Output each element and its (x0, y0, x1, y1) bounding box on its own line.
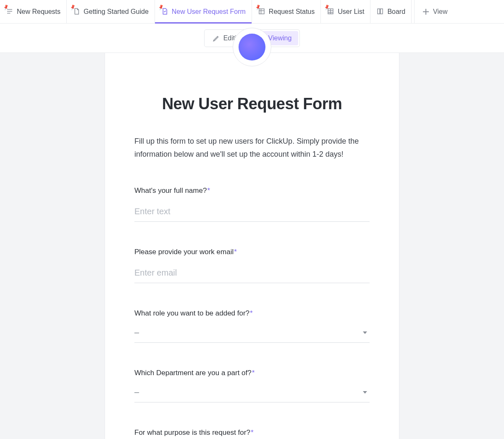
tab-label: Getting Started Guide (84, 8, 149, 16)
view-tabs: 📌 New Requests 📌 Getting Started Guide 📌… (0, 0, 504, 24)
list-icon: 📌 (6, 8, 13, 16)
tab-new-requests[interactable]: 📌 New Requests (0, 0, 67, 24)
select-placeholder: – (134, 328, 139, 337)
role-select[interactable]: – (134, 323, 370, 343)
form-card: New User Request Form Fill up this form … (105, 53, 399, 439)
tab-board[interactable]: Board (370, 0, 412, 24)
chevron-down-icon (363, 331, 367, 334)
tab-label: Board (387, 8, 405, 16)
tab-user-list[interactable]: 📌 User List (321, 0, 370, 24)
field-label-text: Please provide your work email (134, 248, 234, 256)
field-label-text: What's your full name? (134, 187, 207, 195)
tab-label: New User Request Form (172, 8, 246, 16)
field-label: Which Department are you a part of?* (134, 369, 370, 377)
form-canvas: New User Request Form Fill up this form … (0, 53, 504, 439)
field-role: What role you want to be added for?* – (134, 309, 370, 343)
field-label: What's your full name?* (134, 187, 370, 195)
tab-label: User List (338, 8, 364, 16)
select-placeholder: – (134, 387, 139, 397)
field-label-text: What role you want to be added for? (134, 309, 249, 317)
form-logo (105, 53, 399, 82)
field-label: Please provide your work email* (134, 248, 370, 256)
required-asterisk: * (207, 187, 210, 195)
required-asterisk: * (250, 309, 253, 317)
form-title: New User Request Form (105, 95, 399, 113)
field-label: What role you want to be added for?* (134, 309, 370, 318)
svg-rect-0 (259, 9, 264, 14)
field-label: For what purpose is this request for?* (134, 428, 370, 437)
table-icon: 📌 (327, 8, 334, 16)
field-work-email: Please provide your work email* (134, 248, 370, 283)
form-fields: What's your full name?* Please provide y… (105, 187, 399, 437)
department-select[interactable]: – (134, 382, 370, 402)
required-asterisk: * (251, 428, 254, 436)
add-view-label: View (433, 8, 447, 16)
pencil-icon (213, 34, 220, 42)
required-asterisk: * (234, 248, 237, 256)
tab-getting-started-guide[interactable]: 📌 Getting Started Guide (67, 0, 155, 24)
field-purpose: For what purpose is this request for?* (134, 428, 370, 437)
work-email-input[interactable] (134, 263, 370, 283)
tab-request-status[interactable]: 📌 Request Status (252, 0, 321, 24)
add-view-button[interactable]: View (414, 0, 455, 24)
field-full-name: What's your full name?* (134, 187, 370, 222)
field-label-text: Which Department are you a part of? (134, 369, 252, 377)
book-icon (376, 8, 384, 16)
chevron-down-icon (363, 391, 367, 394)
document-icon: 📌 (73, 8, 80, 16)
board-icon: 📌 (258, 8, 265, 16)
plus-icon (422, 8, 430, 16)
mode-btn-label: Viewing (268, 34, 292, 42)
required-asterisk: * (252, 369, 255, 377)
field-department: Which Department are you a part of?* – (134, 369, 370, 402)
field-label-text: For what purpose is this request for? (134, 428, 250, 436)
form-description: Fill up this form to set up new users fo… (105, 135, 399, 160)
tab-label: New Requests (17, 8, 60, 16)
tab-label: Request Status (269, 8, 315, 16)
tab-new-user-request-form[interactable]: 📌 New User Request Form (155, 0, 252, 24)
full-name-input[interactable] (134, 202, 370, 222)
form-icon: 📌 (161, 8, 168, 16)
